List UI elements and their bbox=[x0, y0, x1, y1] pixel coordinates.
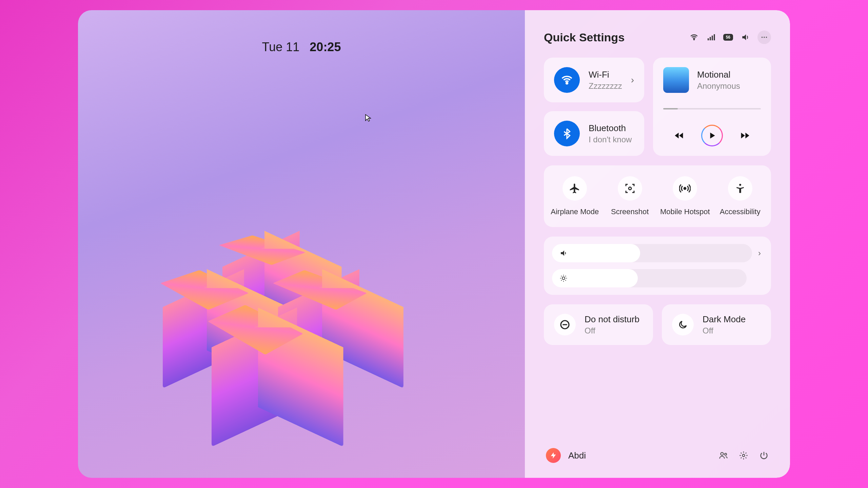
user-account-button[interactable]: Abdi bbox=[546, 448, 586, 463]
hotspot-icon bbox=[673, 176, 697, 201]
play-button[interactable] bbox=[701, 125, 723, 146]
dnd-title: Do not disturb bbox=[585, 314, 643, 325]
battery-status: 56 bbox=[723, 34, 733, 41]
accessibility-icon bbox=[728, 176, 752, 201]
dark-mode-status: Off bbox=[703, 326, 761, 336]
date: Tue 11 bbox=[262, 40, 300, 54]
volume-expand-icon[interactable]: › bbox=[758, 248, 763, 258]
media-progress-bar[interactable] bbox=[663, 108, 761, 109]
accessibility-label: Accessibility bbox=[720, 207, 761, 216]
dnd-tile[interactable]: Do not disturb Off bbox=[544, 304, 653, 345]
previous-track-button[interactable] bbox=[671, 128, 687, 143]
screenshot-label: Screenshot bbox=[611, 207, 649, 216]
datetime: Tue 11 20:25 bbox=[262, 40, 341, 54]
svg-point-12 bbox=[562, 277, 565, 280]
status-tray: 56 bbox=[689, 30, 771, 44]
username: Abdi bbox=[568, 450, 586, 461]
panel-title: Quick Settings bbox=[544, 31, 625, 44]
avatar-icon bbox=[546, 448, 561, 463]
hotspot-button[interactable]: Mobile Hotspot bbox=[659, 176, 710, 216]
settings-button[interactable] bbox=[738, 450, 749, 461]
album-art bbox=[663, 67, 689, 93]
panel-header: Quick Settings 56 bbox=[544, 30, 771, 44]
wifi-title: Wi-Fi bbox=[589, 69, 622, 80]
svg-point-16 bbox=[743, 454, 745, 457]
svg-point-5 bbox=[762, 37, 763, 38]
svg-point-11 bbox=[739, 184, 741, 186]
dark-mode-icon bbox=[672, 314, 694, 336]
brightness-icon bbox=[559, 274, 568, 282]
next-track-button[interactable] bbox=[737, 128, 753, 143]
cursor-icon bbox=[364, 114, 372, 122]
dark-mode-title: Dark Mode bbox=[703, 314, 761, 325]
svg-point-10 bbox=[684, 187, 686, 189]
hotspot-label: Mobile Hotspot bbox=[660, 207, 710, 216]
svg-rect-4 bbox=[714, 34, 715, 40]
screenshot-icon bbox=[618, 176, 642, 201]
quick-settings-panel: Quick Settings 56 bbox=[525, 10, 790, 478]
wifi-tile[interactable]: Wi-Fi Zzzzzzzz › bbox=[544, 58, 644, 102]
bluetooth-device: I don't know bbox=[589, 135, 634, 144]
airplane-label: Airplane Mode bbox=[551, 207, 599, 216]
bluetooth-icon[interactable] bbox=[554, 121, 580, 146]
wifi-status-icon bbox=[689, 33, 699, 42]
media-player-tile: Motional Anonymous bbox=[653, 58, 771, 156]
wallpaper-art bbox=[153, 227, 400, 417]
chevron-right-icon[interactable]: › bbox=[631, 75, 634, 85]
volume-slider[interactable] bbox=[552, 244, 752, 262]
bluetooth-title: Bluetooth bbox=[589, 123, 634, 134]
bluetooth-tile[interactable]: Bluetooth I don't know bbox=[544, 111, 644, 156]
quick-actions: Airplane Mode Screenshot Mobile Hotspot … bbox=[544, 165, 771, 227]
dnd-icon bbox=[554, 314, 576, 336]
airplane-mode-button[interactable]: Airplane Mode bbox=[549, 176, 600, 216]
more-button[interactable] bbox=[757, 30, 771, 44]
svg-rect-1 bbox=[708, 38, 709, 40]
screen: Tue 11 20:25 Quick Settings 56 bbox=[78, 10, 790, 478]
wifi-icon[interactable] bbox=[554, 67, 580, 93]
brightness-slider[interactable] bbox=[552, 269, 747, 287]
svg-point-0 bbox=[693, 39, 694, 40]
svg-point-7 bbox=[766, 37, 767, 38]
wifi-network: Zzzzzzzz bbox=[589, 81, 622, 91]
svg-rect-3 bbox=[712, 36, 713, 40]
svg-point-9 bbox=[629, 187, 631, 190]
switch-user-button[interactable] bbox=[718, 450, 728, 461]
dark-mode-tile[interactable]: Dark Mode Off bbox=[662, 304, 771, 345]
time: 20:25 bbox=[310, 40, 341, 54]
volume-icon bbox=[559, 249, 568, 257]
svg-point-14 bbox=[721, 452, 723, 455]
dnd-status: Off bbox=[585, 326, 643, 336]
accessibility-button[interactable]: Accessibility bbox=[715, 176, 766, 216]
svg-point-15 bbox=[725, 453, 727, 455]
svg-rect-2 bbox=[710, 37, 711, 40]
sliders-card: › bbox=[544, 237, 771, 295]
svg-point-8 bbox=[566, 82, 568, 84]
panel-footer: Abdi bbox=[544, 441, 771, 464]
track-title: Motional bbox=[697, 69, 740, 80]
screenshot-button[interactable]: Screenshot bbox=[605, 176, 655, 216]
desktop-wallpaper: Tue 11 20:25 bbox=[78, 10, 525, 478]
volume-status-icon bbox=[741, 33, 750, 42]
power-button[interactable] bbox=[759, 450, 769, 461]
svg-point-6 bbox=[764, 37, 765, 38]
cellular-status-icon bbox=[706, 33, 716, 42]
airplane-icon bbox=[563, 176, 587, 201]
track-artist: Anonymous bbox=[697, 81, 740, 91]
